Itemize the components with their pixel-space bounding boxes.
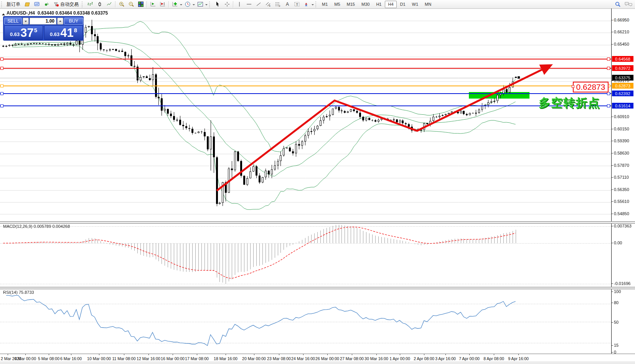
rsi-canvas[interactable] [0, 288, 611, 354]
time-axis[interactable]: 2 Mar 20204 Mar 00:005 Mar 08:006 Mar 16… [0, 354, 635, 362]
volume-increase-button[interactable] [57, 18, 63, 25]
horizontal-line-icon[interactable] [244, 1, 254, 8]
time-tick: 17 Mar 08:00 [185, 356, 209, 361]
time-tick: 30 Mar 16:00 [365, 356, 388, 361]
one-click-trading-panel: SELL BUY 0.63 37 5 0.63 41 8 [3, 16, 84, 41]
svg-text:T: T [296, 3, 298, 7]
bar-chart-icon[interactable] [85, 1, 95, 8]
shapes-icon[interactable] [302, 1, 311, 8]
time-tick: 6 Mar 16:00 [60, 356, 82, 361]
line-handle[interactable] [0, 67, 3, 70]
chart-shift-icon[interactable] [158, 1, 167, 8]
line-handle[interactable] [0, 104, 3, 107]
new-order-button[interactable]: 新订单 [5, 1, 22, 8]
horizontal-line-red[interactable] [0, 59, 611, 59]
time-tick: 1 Apr 00:00 [389, 356, 410, 361]
buy-price-display[interactable]: 0.63 41 8 [44, 25, 83, 40]
zoom-out-icon[interactable] [126, 1, 136, 8]
search-icon[interactable] [614, 1, 621, 9]
timeframe-w1[interactable]: W1 [409, 1, 422, 8]
line-handle[interactable] [0, 58, 3, 61]
toolbar-grip[interactable] [209, 2, 211, 7]
autotrading-button[interactable]: 自动交易 [51, 1, 81, 8]
text-label-icon[interactable]: T [292, 1, 302, 8]
data-window-icon[interactable] [32, 1, 41, 8]
buy-price-small: 0.63 [50, 31, 59, 37]
signals-icon[interactable] [41, 1, 51, 8]
line-handle[interactable] [0, 84, 3, 87]
horizontal-line-red[interactable] [0, 68, 611, 69]
timeframe-h4[interactable]: H4 [385, 1, 396, 8]
line-handle[interactable] [607, 92, 610, 95]
volume-input[interactable] [30, 18, 56, 25]
fibonacci-icon[interactable]: F [273, 1, 282, 8]
timeframe-h1[interactable]: H1 [373, 1, 384, 8]
time-tick: 23 Mar 08:00 [267, 356, 291, 361]
text-icon[interactable]: A [282, 1, 292, 8]
equidistant-channel-icon[interactable]: E [263, 1, 273, 8]
volume-decrease-button[interactable] [23, 18, 29, 25]
autotrading-label: 自动交易 [60, 1, 79, 8]
time-tick: 10 Mar 00:00 [87, 356, 111, 361]
price-tag-handle[interactable] [572, 85, 574, 88]
timeframe-d1[interactable]: D1 [397, 1, 409, 8]
horizontal-line-blue[interactable] [0, 105, 611, 106]
line-handle[interactable] [607, 104, 610, 107]
line-handle[interactable] [0, 92, 3, 95]
timeframe-m5[interactable]: M5 [331, 1, 343, 8]
line-chart-icon[interactable] [104, 1, 114, 8]
toolbar-grip[interactable] [1, 2, 3, 7]
sell-price-sup: 5 [34, 27, 37, 33]
price-badge-orange: 0.62873 [612, 83, 633, 89]
timeframe-m1[interactable]: M1 [319, 1, 331, 8]
tile-windows-icon[interactable] [136, 1, 145, 8]
price-tag-label[interactable]: 0.62873 [573, 82, 609, 92]
candlestick-chart-icon[interactable] [95, 1, 104, 8]
time-tick: 5 Mar 08:00 [38, 356, 59, 361]
auto-scroll-icon[interactable] [148, 1, 158, 8]
last-bar-marker [518, 76, 520, 79]
macd-canvas[interactable] [0, 223, 611, 287]
chat-icon[interactable] [624, 1, 633, 9]
price-tick: 0.60910 [614, 114, 629, 119]
buy-button[interactable]: BUY [64, 18, 83, 25]
zoom-in-icon[interactable] [117, 1, 126, 8]
timeframe-dropdown-icon[interactable] [193, 4, 195, 7]
time-tick: 4 Mar 00:00 [15, 356, 36, 361]
symbol-period: AUDUSD-,H4 [7, 10, 35, 16]
indicators-add-icon[interactable] [170, 1, 180, 8]
price-tick: 0.60150 [614, 127, 629, 131]
svg-text:E: E [269, 5, 270, 7]
toolbar-grip[interactable] [315, 2, 317, 7]
pane-splitter[interactable] [0, 221, 635, 224]
panel-collapse-toggle[interactable] [2, 12, 5, 15]
template-dropdown-icon[interactable] [205, 4, 208, 7]
time-tick: 12 Mar 16:00 [137, 356, 160, 361]
horizontal-line-orange[interactable] [0, 86, 611, 86]
sell-button[interactable]: SELL [4, 18, 22, 25]
cn-annotation-text[interactable]: 多空转折点 [539, 95, 600, 111]
indicators-dropdown-icon[interactable] [180, 4, 182, 7]
trendline-icon[interactable] [254, 1, 263, 8]
yellow-card-icon[interactable] [22, 1, 32, 8]
timeframe-clock-icon[interactable] [183, 1, 192, 8]
time-tick: 24 Mar 16:00 [291, 356, 315, 361]
line-handle[interactable] [607, 58, 610, 61]
cursor-icon[interactable] [213, 1, 222, 8]
timeframe-m15[interactable]: M15 [344, 1, 358, 8]
crosshair-icon[interactable] [222, 1, 232, 8]
horizontal-line-blue[interactable] [0, 93, 611, 94]
price-chart-canvas[interactable] [0, 8, 611, 221]
toolbar-grip[interactable] [82, 2, 84, 7]
indicator-tick: 100 [614, 289, 621, 294]
sell-price-display[interactable]: 0.63 37 5 [4, 25, 43, 40]
vertical-line-icon[interactable] [234, 1, 244, 8]
pane-splitter[interactable] [0, 287, 635, 289]
chart-template-icon[interactable] [195, 1, 205, 8]
shapes-dropdown-icon[interactable] [312, 4, 314, 7]
price-badge-blue: 0.61614 [612, 103, 633, 109]
timeframe-m30[interactable]: M30 [358, 1, 373, 8]
line-handle[interactable] [607, 67, 610, 70]
timeframe-mn[interactable]: MN [422, 1, 434, 8]
svg-text:F: F [279, 5, 280, 7]
